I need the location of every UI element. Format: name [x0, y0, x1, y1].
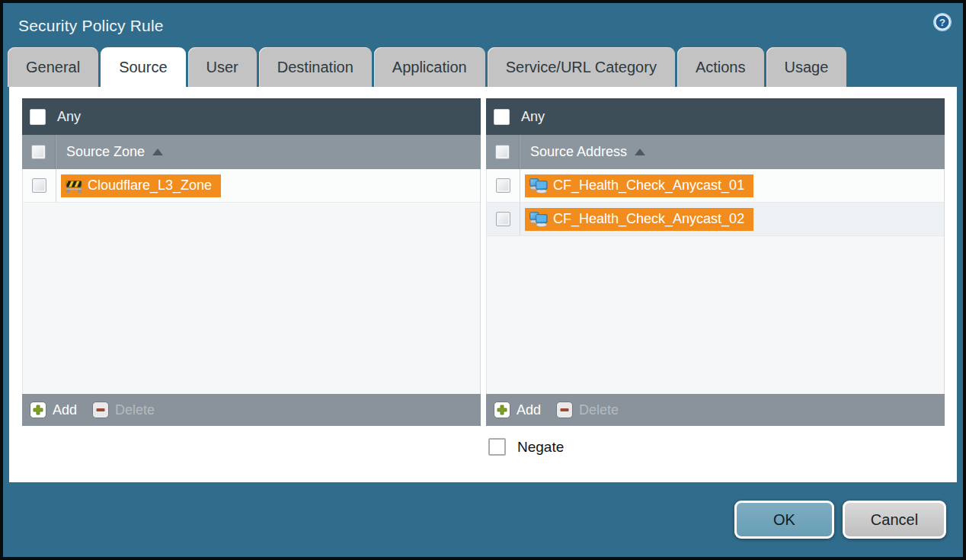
- source-zone-any-header: Any: [22, 98, 481, 135]
- source-address-item-label: CF_Health_Check_Anycast_02: [553, 211, 744, 227]
- source-zone-any-checkbox[interactable]: [30, 109, 46, 125]
- source-address-item[interactable]: CF_Health_Check_Anycast_02: [525, 208, 753, 231]
- add-address-button[interactable]: Add: [494, 402, 541, 418]
- help-icon[interactable]: ?: [932, 12, 952, 32]
- ok-button[interactable]: OK: [734, 501, 834, 539]
- table-row: Cloudflare_L3_Zone: [23, 169, 480, 203]
- source-address-any-label: Any: [521, 109, 545, 125]
- add-plus-icon: [494, 402, 510, 418]
- source-tab-content: Any Source Zone: [9, 87, 957, 482]
- delete-minus-icon: [556, 402, 573, 418]
- negate-label: Negate: [517, 439, 564, 456]
- zone-icon: [66, 178, 82, 194]
- source-address-list: CF_Health_Check_Anycast_01: [486, 169, 945, 394]
- table-row: CF_Health_Check_Anycast_01: [487, 169, 944, 203]
- source-address-any-header: Any: [486, 98, 945, 135]
- tab-service-url-category[interactable]: Service/URL Category: [488, 47, 675, 87]
- source-zone-item-label: Cloudflare_L3_Zone: [88, 178, 212, 194]
- cancel-button[interactable]: Cancel: [843, 501, 946, 539]
- tab-usage[interactable]: Usage: [766, 47, 847, 87]
- delete-zone-button[interactable]: Delete: [92, 402, 155, 418]
- tab-actions[interactable]: Actions: [677, 47, 764, 87]
- sort-asc-icon: [152, 149, 163, 155]
- tab-application[interactable]: Application: [374, 47, 485, 87]
- tab-bar: General Source User Destination Applicat…: [3, 44, 963, 87]
- delete-address-button[interactable]: Delete: [556, 402, 619, 418]
- security-policy-rule-dialog: Security Policy Rule ? General Source Us…: [0, 0, 966, 560]
- address-icon: [529, 212, 548, 227]
- source-address-column-header: Source Address: [486, 135, 945, 169]
- source-zone-sort-header[interactable]: Source Zone: [66, 144, 163, 160]
- source-zone-row-checkbox[interactable]: [32, 178, 46, 193]
- tab-general[interactable]: General: [8, 47, 98, 87]
- source-zone-column-header: Source Zone: [22, 135, 481, 169]
- source-zone-any-label: Any: [57, 109, 81, 125]
- source-zone-item[interactable]: Cloudflare_L3_Zone: [61, 174, 221, 197]
- source-address-sort-header[interactable]: Source Address: [530, 144, 645, 160]
- source-zone-footer: Add Delete: [22, 394, 481, 426]
- source-address-item-label: CF_Health_Check_Anycast_01: [553, 178, 744, 194]
- negate-row: Negate: [488, 438, 957, 456]
- source-address-row-checkbox[interactable]: [496, 178, 510, 193]
- source-address-item[interactable]: CF_Health_Check_Anycast_01: [525, 174, 753, 197]
- source-address-panel: Any Source Address: [486, 98, 945, 426]
- sort-asc-icon: [635, 149, 645, 155]
- address-icon: [529, 178, 548, 194]
- source-address-footer: Add Delete: [486, 394, 945, 426]
- tab-source[interactable]: Source: [101, 47, 185, 87]
- source-address-row-checkbox[interactable]: [496, 212, 510, 226]
- page-title: Security Policy Rule: [18, 17, 164, 35]
- add-zone-button[interactable]: Add: [30, 402, 77, 418]
- source-address-any-checkbox[interactable]: [494, 109, 510, 125]
- dialog-footer: OK Cancel: [3, 482, 963, 557]
- source-zone-list: Cloudflare_L3_Zone: [22, 169, 481, 394]
- source-address-select-all-checkbox[interactable]: [495, 145, 510, 159]
- titlebar: Security Policy Rule ?: [3, 3, 963, 44]
- svg-text:?: ?: [939, 17, 945, 28]
- tab-destination[interactable]: Destination: [259, 47, 372, 87]
- table-row: CF_Health_Check_Anycast_02: [487, 203, 944, 236]
- source-zone-panel: Any Source Zone: [22, 98, 481, 426]
- delete-minus-icon: [92, 402, 109, 418]
- source-address-column-label: Source Address: [530, 144, 627, 160]
- source-zone-column-label: Source Zone: [66, 144, 145, 160]
- source-zone-select-all-checkbox[interactable]: [31, 145, 46, 159]
- tab-user[interactable]: User: [188, 47, 257, 87]
- add-plus-icon: [30, 402, 46, 418]
- negate-checkbox[interactable]: [488, 438, 506, 456]
